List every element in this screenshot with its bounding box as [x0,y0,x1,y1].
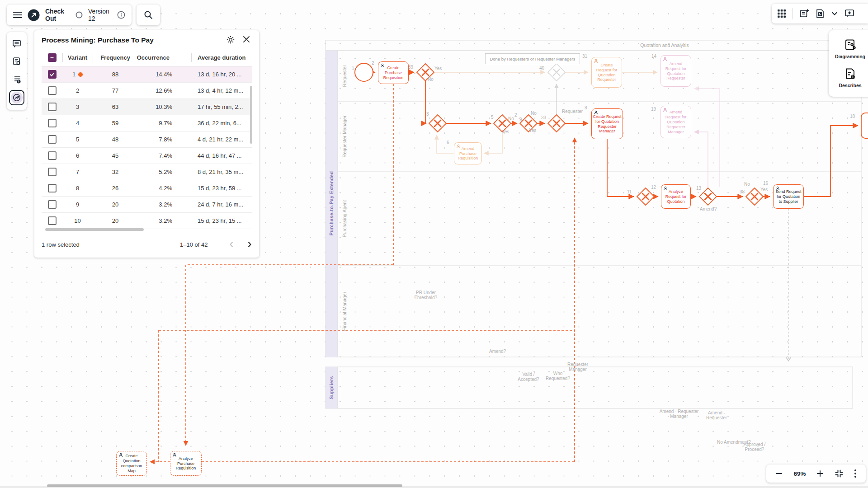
variant-row[interactable]: 9203.2%24 d, 7 hr, 16 m... [42,197,252,213]
canvas-scrollbar-thumb[interactable] [47,484,402,487]
variants-table: Variant Frequency Occurrence Average dur… [42,49,252,254]
canvas[interactable]: Purchase-to-Pay Extended Requester Reque… [0,0,868,488]
cell-duration: 15 d, 23 hr, 15 ... [191,213,252,229]
row-checkbox[interactable] [42,164,62,180]
row-checkbox[interactable] [42,83,62,99]
search-icon[interactable] [144,10,153,19]
task-amend-rfq-requester[interactable]: Amend Request for Quotation Requester [660,55,691,87]
published-status-icon [28,9,40,21]
cell-occurrence: 7.8% [138,131,191,147]
col-occurrence[interactable]: Occurrence [138,49,191,66]
gateway-merge-2[interactable] [637,188,654,205]
log-info-icon[interactable] [9,72,24,86]
add-note-icon[interactable] [799,9,809,19]
page-prev-icon[interactable] [228,241,235,248]
variant-row[interactable]: 7325.2%8 d, 21 hr, 35 m... [42,164,252,180]
row-checkbox[interactable] [42,213,62,229]
cell-frequency: 32 [93,164,138,180]
apps-grid-icon[interactable] [777,9,786,18]
col-variant[interactable]: Variant [62,49,93,66]
version-status-icon [75,11,83,19]
edge-label: No [744,182,750,187]
check-out-button[interactable]: Check Out [45,8,70,22]
task-amend-rfq-requester-manager[interactable]: Amend Request for Quotation Requester Ma… [660,106,691,138]
edge-label: Yes [760,187,768,192]
variant-row[interactable]: 18814.4%13 d, 16 hr, 20 ... [42,66,252,83]
cell-frequency: 77 [93,83,138,99]
row-checkbox[interactable] [42,131,62,147]
task-create-purchase-requisition[interactable]: Create Purchase Requisition [378,61,409,84]
row-checkbox[interactable] [42,115,62,131]
add-comment-icon[interactable] [844,9,854,18]
info-icon[interactable] [117,11,125,19]
task-send-rfq-to-supplier[interactable]: Send Request for Quotation to Supplier [773,184,804,209]
cell-occurrence: 4.2% [138,180,191,196]
variant-row[interactable]: 6457.4%44 d, 16 hr, 47 ... [42,148,252,164]
edge-label: PR Under Threshold? [412,51,440,488]
page-next-icon[interactable] [246,241,253,248]
attributes-icon[interactable] [9,54,24,68]
more-options-icon[interactable] [854,469,857,478]
zoom-level[interactable]: 69% [793,470,806,477]
lane-label-requester-manager: Requester Manager [341,100,348,173]
select-all-checkbox[interactable] [42,49,62,66]
group-label: Quotation and Analysis [624,42,705,48]
col-frequency[interactable]: Frequency [93,49,138,66]
diagramming-icon[interactable] [844,38,857,52]
page-range-label: 1–10 of 42 [180,241,208,248]
user-task-icon [594,110,598,115]
variant-row[interactable]: 36310.3%17 hr, 55 min, 2... [42,99,252,115]
row-checkbox[interactable] [42,99,62,115]
comments-icon[interactable] [9,37,24,51]
task-create-rfq-requester-manager[interactable]: Create Request for Quotation Requester M… [591,108,623,139]
task-create-rfq-requester[interactable]: Create Request for Quotation Requester [591,57,622,88]
gateway-faded[interactable] [548,64,565,81]
process-mining-tool-selected[interactable] [9,90,24,105]
variant-row[interactable]: 4599.7%36 d, 22 min, 6... [42,115,252,131]
variant-row[interactable]: 5487.8%4 d, 21 hr, 22 m... [42,131,252,148]
edge-label: 13 [696,186,701,191]
task-analyze-purchase-requisition[interactable]: Analyze Purchase Requisition [170,451,202,476]
annotation-box[interactable]: Done by Requesters or Requester Managers [485,53,580,64]
menu-icon[interactable] [13,11,22,19]
row-checkbox[interactable] [42,148,62,164]
row-checkbox[interactable] [42,66,62,82]
col-duration[interactable]: Average duration [191,49,252,66]
edge-label: 2 [514,113,517,117]
variant-row[interactable]: 27712.6%13 d, 4 hr, 12 m... [42,83,252,99]
row-checkbox[interactable] [42,180,62,196]
edge-label: 33 [541,115,546,120]
cell-duration: 17 hr, 55 min, 2... [191,99,252,115]
user-task-icon [594,59,598,63]
zoom-in-icon[interactable] [816,469,824,478]
start-event[interactable] [355,63,373,81]
cell-variant: 8 [62,180,93,196]
zoom-out-icon[interactable] [775,469,783,478]
gateway-who-requested[interactable] [548,115,565,132]
describes-icon[interactable] [844,67,857,81]
user-task-icon [118,453,123,457]
process-mining-panel: Process Mining: Purchase To Pay Variant … [34,30,259,258]
table-horizontal-scrollbar[interactable] [45,228,144,231]
cell-occurrence: 5.2% [138,164,191,180]
cell-duration: 13 d, 4 hr, 12 m... [191,83,252,99]
task-amend-purchase-requisition[interactable]: Amend Purchase Requisition [454,142,482,164]
task-offscreen-stub[interactable] [861,113,868,138]
chevron-down-icon[interactable] [831,10,838,17]
cell-frequency: 20 [93,213,138,229]
version-label[interactable]: Version 12 [88,8,112,22]
edge-label: 12 [651,185,656,190]
describes-label[interactable]: Describes [839,83,861,88]
settings-gear-icon[interactable] [226,35,235,44]
close-icon[interactable] [242,35,250,43]
row-checkbox[interactable] [42,197,62,212]
variant-row[interactable]: 8264.2%15 d, 23 hr, 59 ... [42,180,252,197]
fit-to-screen-icon[interactable] [835,469,844,478]
cell-duration: 8 d, 21 hr, 35 m... [191,164,252,180]
table-vertical-scrollbar[interactable] [250,86,252,144]
export-document-icon[interactable] [816,9,825,19]
diagramming-label[interactable]: Diagramming [835,54,865,59]
edge-label: 6 [447,140,449,145]
variant-row[interactable]: 10203.2%15 d, 23 hr, 15 ... [42,213,252,229]
task-create-quotation-comparison-map[interactable]: Create Quotation comparison Map [116,451,147,476]
